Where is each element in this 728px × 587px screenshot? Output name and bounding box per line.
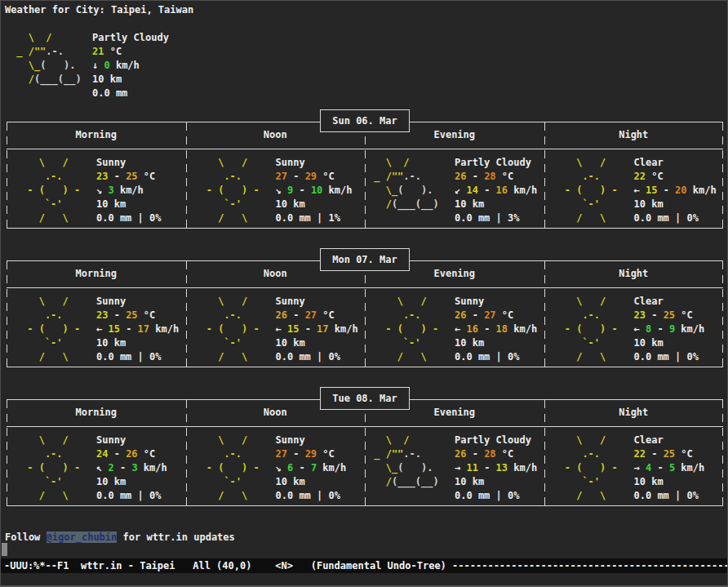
column-header-morning: Morning	[7, 261, 186, 287]
forecast-cell-sun-06-mar-night: \ / .-. - ( ) - `-' / \Clear22 °C← 15 - …	[544, 149, 724, 228]
forecast-cells: \ / .-. - ( ) - `-' / \Sunny23 - 25 °C← …	[7, 288, 723, 367]
forecast-readings: Sunny23 - 25 °C← 15 - 17 km/h10 km0.0 mm…	[96, 295, 179, 364]
forecast-cell-sun-06-mar-noon: \ / .-. - ( ) - `-' / \Sunny27 - 29 °C↘ …	[186, 149, 366, 228]
column-header-night: Night	[544, 122, 724, 149]
sunny-icon: \ / .-. - ( ) - `-' / \	[559, 156, 618, 225]
sunny-icon: \ / .-. - ( ) - `-' / \	[201, 156, 260, 225]
date-label: Sun 06. Mar	[320, 109, 410, 132]
terminal-window: Weather for City: Taipei, Taiwan \ / _ /…	[0, 0, 728, 587]
forecast-readings: Sunny27 - 29 °C↘ 9 - 10 km/h10 km0.0 mm …	[276, 156, 353, 225]
twitter-handle-link[interactable]: @igor_chubin	[47, 531, 118, 543]
partly-cloudy-icon: \ / _ /"".-. \_( ). /(___(__)	[368, 156, 439, 211]
current-conditions: \ / _ /"".-. \_( ). /(___(__) Partly Clo…	[11, 31, 353, 105]
date-label: Tue 08. Mar	[320, 387, 410, 410]
current-readings: Partly Cloudy21 °C↓ 0 km/h10 km0.0 mm	[92, 31, 169, 100]
column-header-morning: Morning	[7, 400, 186, 426]
forecast-readings: Clear23 - 25 °C← 8 - 9 km/h10 km0.0 mm |…	[634, 295, 705, 364]
forecast-readings: Sunny26 - 27 °C← 16 - 18 km/h10 km0.0 mm…	[455, 295, 537, 364]
forecast-readings: Sunny27 - 29 °C↘ 6 - 7 km/h10 km0.0 mm |…	[276, 434, 347, 503]
forecast-cell-mon-07-mar-morning: \ / .-. - ( ) - `-' / \Sunny23 - 25 °C← …	[7, 288, 186, 367]
footer-prefix: Follow	[5, 531, 47, 543]
forecast-readings: Clear22 °C← 15 - 20 km/h10 km0.0 mm | 0%	[634, 156, 717, 225]
forecast-readings: Sunny24 - 26 °C↖ 2 - 3 km/h10 km0.0 mm |…	[96, 434, 167, 503]
forecast-cell-tue-08-mar-noon: \ / .-. - ( ) - `-' / \Sunny27 - 29 °C↘ …	[186, 427, 366, 505]
modeline-text: -UUU:%*--F1 wttr.in - Taipei All (40,0) …	[4, 560, 727, 571]
forecast-table-sun-06-mar: MorningNoonEveningNight \ / .-. - ( ) - …	[7, 122, 723, 229]
date-label: Mon 07. Mar	[320, 248, 410, 271]
partly-cloudy-icon: \ / _ /"".-. \_( ). /(___(__)	[368, 434, 439, 489]
sunny-icon: \ / .-. - ( ) - `-' / \	[559, 434, 618, 503]
partly-cloudy-icon: \ / _ /"".-. \_( ). /(___(__)	[11, 31, 82, 87]
forecast-table-mon-07-mar: MorningNoonEveningNight \ / .-. - ( ) - …	[7, 260, 723, 367]
forecast-cell-mon-07-mar-evening: \ / .-. - ( ) - `-' / \Sunny26 - 27 °C← …	[365, 288, 544, 367]
sunny-icon: \ / .-. - ( ) - `-' / \	[21, 156, 80, 225]
sunny-icon: \ / .-. - ( ) - `-' / \	[201, 295, 260, 364]
sunny-icon: \ / .-. - ( ) - `-' / \	[380, 295, 438, 364]
column-header-night: Night	[544, 261, 724, 287]
forecast-readings: Partly Cloudy26 - 28 °C↙ 14 - 16 km/h10 …	[455, 156, 537, 225]
sunny-icon: \ / .-. - ( ) - `-' / \	[21, 434, 80, 503]
sunny-icon: \ / .-. - ( ) - `-' / \	[559, 295, 618, 364]
text-cursor	[2, 543, 7, 556]
forecast-cells: \ / .-. - ( ) - `-' / \Sunny23 - 25 °C↘ …	[7, 149, 723, 228]
forecast-readings: Sunny26 - 27 °C← 15 - 17 km/h10 km0.0 mm…	[276, 295, 358, 364]
footer: Follow @igor_chubin for wttr.in updates	[5, 531, 235, 545]
column-header-morning: Morning	[7, 122, 186, 149]
forecast-cell-mon-07-mar-noon: \ / .-. - ( ) - `-' / \Sunny26 - 27 °C← …	[186, 288, 366, 367]
forecast-cell-tue-08-mar-morning: \ / .-. - ( ) - `-' / \Sunny24 - 26 °C↖ …	[7, 427, 186, 505]
page-title: Weather for City: Taipei, Taiwan	[5, 3, 193, 17]
forecast-cell-sun-06-mar-morning: \ / .-. - ( ) - `-' / \Sunny23 - 25 °C↘ …	[7, 149, 186, 228]
emacs-modeline: -UUU:%*--F1 wttr.in - Taipei All (40,0) …	[1, 558, 727, 573]
column-header-night: Night	[544, 400, 724, 426]
sunny-icon: \ / .-. - ( ) - `-' / \	[201, 434, 260, 503]
forecast-table-tue-08-mar: MorningNoonEveningNight \ / .-. - ( ) - …	[7, 399, 723, 506]
forecast-readings: Clear22 - 25 °C→ 4 - 5 km/h10 km0.0 mm |…	[634, 434, 705, 503]
forecast-cell-tue-08-mar-night: \ / .-. - ( ) - `-' / \Clear22 - 25 °C→ …	[544, 427, 724, 505]
forecast-readings: Partly Cloudy26 - 28 °C→ 11 - 13 km/h10 …	[455, 434, 537, 503]
forecast-cell-tue-08-mar-evening: \ / _ /"".-. \_( ). /(___(__) Partly Clo…	[365, 427, 544, 505]
forecast-cell-sun-06-mar-evening: \ / _ /"".-. \_( ). /(___(__) Partly Clo…	[365, 149, 544, 228]
footer-suffix: for wttr.in updates	[117, 531, 235, 543]
forecast-cells: \ / .-. - ( ) - `-' / \Sunny24 - 26 °C↖ …	[7, 427, 723, 505]
sunny-icon: \ / .-. - ( ) - `-' / \	[21, 295, 80, 364]
forecast-readings: Sunny23 - 25 °C↘ 3 km/h10 km0.0 mm | 0%	[96, 156, 161, 225]
forecast-cell-mon-07-mar-night: \ / .-. - ( ) - `-' / \Clear23 - 25 °C← …	[544, 288, 724, 367]
